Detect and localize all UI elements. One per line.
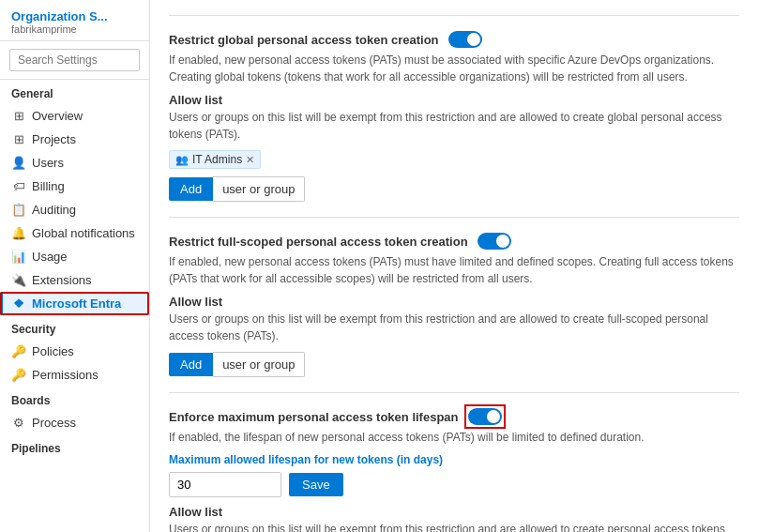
- sidebar-item-extensions[interactable]: 🔌 Extensions: [0, 268, 149, 292]
- billing-icon: 🏷: [11, 179, 26, 193]
- policy3-title-row: Enforce maximum personal access token li…: [169, 408, 739, 425]
- overview-icon: ⊞: [11, 109, 26, 123]
- entra-icon: ❖: [11, 296, 26, 311]
- policy3-lifespan-label: Maximum allowed lifespan for new tokens …: [169, 453, 739, 466]
- policy2-title: Restrict full-scoped personal access tok…: [169, 235, 468, 249]
- sidebar-item-usage[interactable]: 📊 Usage: [0, 245, 149, 268]
- auditing-icon: 📋: [11, 203, 26, 217]
- sidebar-item-label: Policies: [32, 344, 74, 358]
- policy1-toggle-slider: [448, 31, 482, 48]
- policy1-allow-list-label: Allow list: [169, 93, 739, 107]
- policy2-desc: If enabled, new personal access tokens (…: [169, 253, 739, 287]
- sidebar-item-label: Permissions: [32, 368, 99, 382]
- save-button[interactable]: Save: [289, 473, 343, 496]
- policy2-add-button[interactable]: Add: [169, 353, 213, 376]
- sidebar-item-microsoft-entra[interactable]: ❖ Microsoft Entra: [0, 292, 149, 315]
- org-header: Organization S... fabrikamprime: [0, 0, 149, 41]
- org-name: Organization S...: [11, 9, 138, 23]
- policy1-add-button[interactable]: Add: [169, 177, 213, 201]
- policy-block-2: Restrict full-scoped personal access tok…: [169, 233, 739, 377]
- general-section-label: General: [0, 80, 149, 104]
- lifespan-input[interactable]: [169, 472, 281, 497]
- policy-block-1: Restrict global personal access token cr…: [169, 31, 739, 202]
- policy1-allow-list-desc: Users or groups on this list will be exe…: [169, 109, 739, 143]
- divider-3: [169, 392, 739, 393]
- search-input[interactable]: [9, 49, 140, 71]
- sidebar-item-label: Users: [32, 156, 64, 170]
- sidebar-item-label: Overview: [32, 109, 83, 123]
- sidebar-item-overview[interactable]: ⊞ Overview: [0, 104, 149, 128]
- policies-icon: 🔑: [11, 344, 26, 358]
- org-sub: fabrikamprime: [11, 23, 138, 35]
- permissions-icon: 🔑: [11, 368, 26, 382]
- policy2-toggle-slider: [478, 233, 511, 250]
- sidebar-item-global-notifications[interactable]: 🔔 Global notifications: [0, 221, 149, 245]
- pipelines-section-label: Pipelines: [0, 434, 149, 459]
- policy2-allow-list-label: Allow list: [169, 295, 739, 309]
- policy1-add-sublabel: user or group: [213, 176, 305, 202]
- policy1-add-row: Add user or group: [169, 176, 739, 202]
- sidebar-item-billing[interactable]: 🏷 Billing: [0, 175, 149, 198]
- sidebar-item-label: Process: [32, 416, 76, 430]
- sidebar-item-policies[interactable]: 🔑 Policies: [0, 340, 149, 363]
- extensions-icon: 🔌: [11, 273, 26, 287]
- policy2-add-row: Add user or group: [169, 352, 739, 377]
- tag-label: IT Admins: [192, 153, 242, 166]
- policy1-toggle[interactable]: [448, 31, 482, 48]
- sidebar-item-label: Extensions: [32, 273, 92, 287]
- usage-icon: 📊: [11, 250, 26, 264]
- divider-2: [169, 217, 739, 218]
- policy3-desc: If enabled, the lifespan of new personal…: [169, 429, 739, 446]
- policy2-allow-list-desc: Users or groups on this list will be exe…: [169, 311, 739, 344]
- policy2-title-row: Restrict full-scoped personal access tok…: [169, 233, 739, 250]
- policy1-desc: If enabled, new personal access tokens (…: [169, 52, 739, 85]
- policy3-allow-list-desc: Users or groups on this list will be exe…: [169, 521, 739, 532]
- policy1-tag-it-admins: 👥 IT Admins ✕: [169, 150, 261, 169]
- sidebar-item-auditing[interactable]: 📋 Auditing: [0, 198, 149, 221]
- policy3-title: Enforce maximum personal access token li…: [169, 410, 459, 424]
- sidebar-item-users[interactable]: 👤 Users: [0, 151, 149, 175]
- policy3-lifespan-row: Save: [169, 472, 739, 497]
- search-area: [0, 41, 149, 80]
- policy-block-3: Enforce maximum personal access token li…: [169, 408, 739, 532]
- policy1-title: Restrict global personal access token cr…: [169, 33, 439, 47]
- policy2-toggle[interactable]: [478, 233, 511, 250]
- policy3-allow-list-label: Allow list: [169, 505, 739, 519]
- tag-close-icon[interactable]: ✕: [246, 154, 254, 166]
- policy3-toggle-slider: [468, 408, 502, 425]
- policy2-add-sublabel: user or group: [213, 352, 305, 377]
- process-icon: ⚙: [11, 416, 26, 430]
- sidebar-item-permissions[interactable]: 🔑 Permissions: [0, 363, 149, 387]
- divider-top: [169, 15, 739, 16]
- boards-section-label: Boards: [0, 387, 149, 411]
- security-section-label: Security: [0, 315, 149, 340]
- tag-group-icon: 👥: [175, 154, 189, 166]
- sidebar-item-label: Microsoft Entra: [32, 296, 121, 311]
- sidebar-item-projects[interactable]: ⊞ Projects: [0, 128, 149, 151]
- policy1-title-row: Restrict global personal access token cr…: [169, 31, 739, 48]
- projects-icon: ⊞: [11, 132, 26, 146]
- sidebar-item-label: Usage: [32, 250, 68, 264]
- sidebar-item-label: Auditing: [32, 203, 76, 217]
- sidebar-item-label: Billing: [32, 179, 65, 193]
- sidebar-item-process[interactable]: ⚙ Process: [0, 411, 149, 434]
- users-icon: 👤: [11, 156, 26, 170]
- main-content: Restrict global personal access token cr…: [150, 0, 758, 532]
- notifications-icon: 🔔: [11, 226, 26, 240]
- sidebar: Organization S... fabrikamprime General …: [0, 0, 150, 532]
- policy3-toggle[interactable]: [468, 408, 502, 425]
- sidebar-item-label: Projects: [32, 132, 76, 146]
- sidebar-item-label: Global notifications: [32, 226, 135, 240]
